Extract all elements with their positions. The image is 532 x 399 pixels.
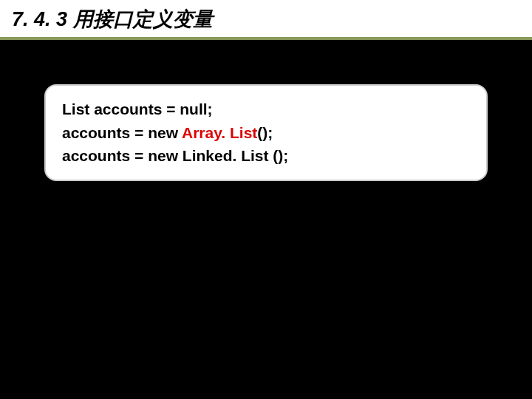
slide-content: List accounts = null; accounts = new Arr… — [0, 40, 532, 225]
code-box: List accounts = null; accounts = new Arr… — [44, 84, 488, 181]
code-line-2-pre: accounts = new — [62, 124, 182, 141]
code-line-2-post: (); — [257, 124, 273, 141]
code-line-1: List accounts = null; — [62, 98, 470, 121]
code-line-2-highlight: Array. List — [182, 124, 257, 141]
code-line-2: accounts = new Array. List(); — [62, 121, 470, 145]
code-line-3: accounts = new Linked. List (); — [62, 144, 470, 168]
slide-header: 7. 4. 3 用接口定义变量 — [0, 0, 532, 40]
slide-title: 7. 4. 3 用接口定义变量 — [12, 6, 520, 33]
